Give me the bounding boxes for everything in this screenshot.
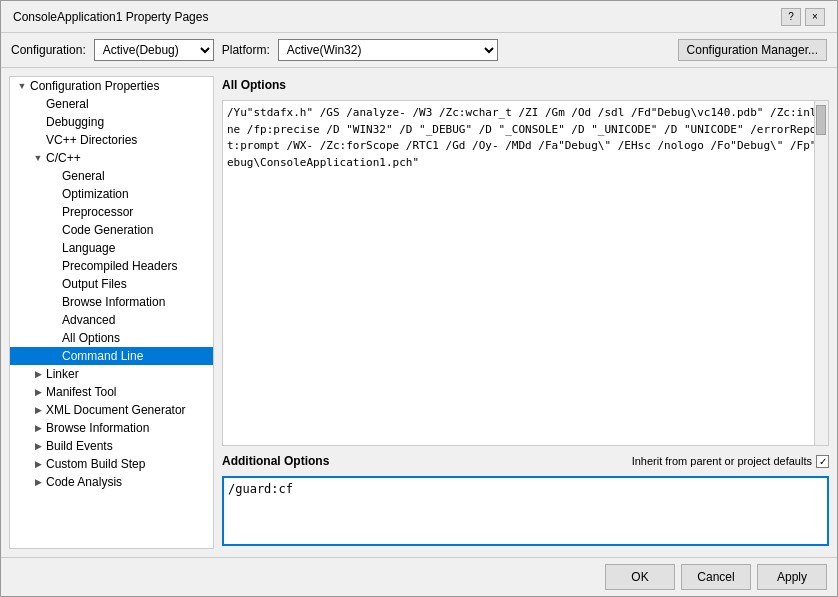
config-label: Configuration:: [11, 43, 86, 57]
apply-button[interactable]: Apply: [757, 564, 827, 590]
tree-item-cpp-general[interactable]: General: [10, 167, 213, 185]
platform-label: Platform:: [222, 43, 270, 57]
footer: OK Cancel Apply: [1, 557, 837, 596]
tree-item-linker[interactable]: ▶ Linker: [10, 365, 213, 383]
property-pages-dialog: ConsoleApplication1 Property Pages ? × C…: [0, 0, 838, 597]
tree-item-browse-info[interactable]: ▶ Browse Information: [10, 419, 213, 437]
close-button[interactable]: ×: [805, 8, 825, 26]
tree-item-command-line[interactable]: Command Line: [10, 347, 213, 365]
tree-item-preprocessor[interactable]: Preprocessor: [10, 203, 213, 221]
tree-item-config-props[interactable]: ▼ Configuration Properties: [10, 77, 213, 95]
help-button[interactable]: ?: [781, 8, 801, 26]
tree-item-all-options[interactable]: All Options: [10, 329, 213, 347]
dialog-title: ConsoleApplication1 Property Pages: [13, 10, 208, 24]
tree-item-build-events[interactable]: ▶ Build Events: [10, 437, 213, 455]
expander-icon: ▶: [30, 477, 46, 487]
tree-item-custom-build[interactable]: ▶ Custom Build Step: [10, 455, 213, 473]
ok-button[interactable]: OK: [605, 564, 675, 590]
inherit-text: Inherit from parent or project defaults: [632, 455, 812, 467]
tree-panel: ▼ Configuration Properties General Debug…: [9, 76, 214, 549]
expander-icon: ▶: [30, 459, 46, 469]
tree-item-output-files[interactable]: Output Files: [10, 275, 213, 293]
expander-icon: ▼: [14, 81, 30, 91]
tree-item-vc-dirs[interactable]: VC++ Directories: [10, 131, 213, 149]
additional-input-wrapper: /guard:cf: [222, 476, 829, 549]
expander-icon: ▶: [30, 441, 46, 451]
tree-item-code-gen[interactable]: Code Generation: [10, 221, 213, 239]
inherit-label[interactable]: Inherit from parent or project defaults …: [632, 455, 829, 468]
all-options-text: /Yu"stdafx.h" /GS /analyze- /W3 /Zc:wcha…: [227, 106, 823, 169]
additional-options-label: Additional Options: [222, 452, 329, 470]
tree-item-xml-doc-gen[interactable]: ▶ XML Document Generator: [10, 401, 213, 419]
tree-item-code-analysis[interactable]: ▶ Code Analysis: [10, 473, 213, 491]
additional-options-input[interactable]: /guard:cf: [222, 476, 829, 546]
scrollbar-thumb: [816, 105, 826, 135]
tree-item-c-cpp[interactable]: ▼ C/C++: [10, 149, 213, 167]
tree-item-debugging[interactable]: Debugging: [10, 113, 213, 131]
right-panel: All Options /Yu"stdafx.h" /GS /analyze- …: [222, 76, 829, 549]
all-options-label: All Options: [222, 76, 829, 94]
main-content: ▼ Configuration Properties General Debug…: [1, 68, 837, 557]
tree-item-optimization[interactable]: Optimization: [10, 185, 213, 203]
title-controls: ? ×: [781, 8, 825, 26]
tree-item-manifest-tool[interactable]: ▶ Manifest Tool: [10, 383, 213, 401]
platform-select[interactable]: Active(Win32): [278, 39, 498, 61]
tree-item-advanced[interactable]: Advanced: [10, 311, 213, 329]
tree-item-language[interactable]: Language: [10, 239, 213, 257]
scrollbar-track[interactable]: [814, 101, 828, 445]
expander-icon: ▼: [30, 153, 46, 163]
cancel-button[interactable]: Cancel: [681, 564, 751, 590]
title-bar: ConsoleApplication1 Property Pages ? ×: [1, 1, 837, 33]
inherit-checkbox[interactable]: ✓: [816, 455, 829, 468]
expander-icon: ▶: [30, 405, 46, 415]
expander-icon: ▶: [30, 387, 46, 397]
all-options-box: /Yu"stdafx.h" /GS /analyze- /W3 /Zc:wcha…: [222, 100, 829, 446]
tree-item-general[interactable]: General: [10, 95, 213, 113]
config-bar: Configuration: Active(Debug) Platform: A…: [1, 33, 837, 68]
expander-icon: ▶: [30, 369, 46, 379]
expander-icon: ▶: [30, 423, 46, 433]
config-select[interactable]: Active(Debug): [94, 39, 214, 61]
additional-options-header: Additional Options Inherit from parent o…: [222, 452, 829, 470]
config-manager-button[interactable]: Configuration Manager...: [678, 39, 827, 61]
tree-item-browse-info-cpp[interactable]: Browse Information: [10, 293, 213, 311]
tree-item-precompiled[interactable]: Precompiled Headers: [10, 257, 213, 275]
